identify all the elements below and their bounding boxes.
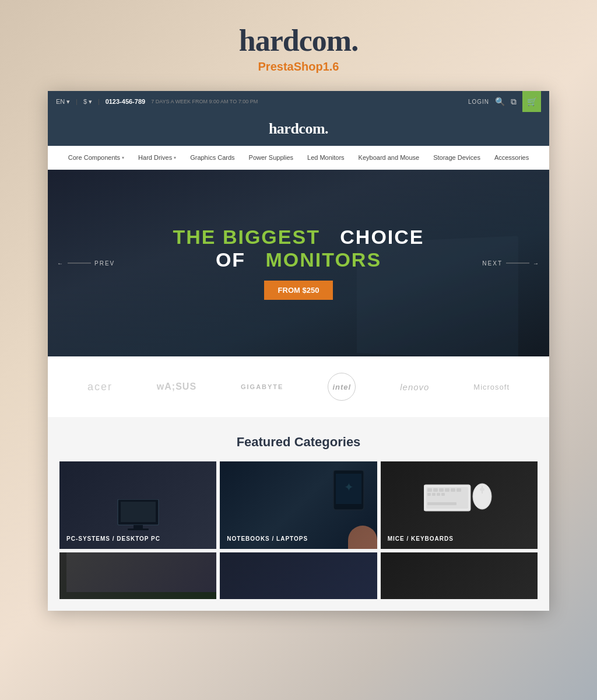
main-navigation: Core Components ▾ Hard Drives ▾ Graphics… xyxy=(48,146,549,170)
nav-item-graphics-cards[interactable]: Graphics Cards xyxy=(183,146,241,169)
currency-selector[interactable]: $ ▾ xyxy=(83,98,92,106)
category-card-laptops[interactable]: ✦ NOTEBOOKS / LAPTOPS xyxy=(220,461,377,549)
language-selector[interactable]: EN ▾ xyxy=(56,98,70,106)
business-hours: 7 DAYS A WEEK FROM 9:00 AM TO 7:00 PM xyxy=(151,99,258,104)
svg-rect-2 xyxy=(134,525,143,528)
svg-rect-10 xyxy=(433,488,438,492)
brand-platform: PrestaShop1.6 xyxy=(0,60,597,74)
svg-rect-13 xyxy=(451,488,455,492)
brand-name: hardcom. xyxy=(0,23,597,58)
hero-line1: THE BIGGEST CHOICE xyxy=(173,226,424,248)
brand-logo-microsoft[interactable]: Microsoft xyxy=(473,383,510,391)
nav-item-led-monitors[interactable]: Led Monitors xyxy=(300,146,352,169)
svg-rect-3 xyxy=(128,528,149,530)
brand-logo-acer[interactable]: acer xyxy=(87,381,113,393)
featured-title: Featured Categories xyxy=(59,435,538,450)
separator: | xyxy=(98,99,100,105)
slider-prev-button[interactable]: ← PREV xyxy=(57,260,115,267)
slider-next-button[interactable]: NEXT → xyxy=(482,260,540,267)
svg-rect-15 xyxy=(427,493,431,496)
brands-section: acer wA;SUS GIGABYTE intel lenovo Micros… xyxy=(48,356,549,417)
top-bar-right: LOGIN 🔍 ⧉ 🛒 xyxy=(468,91,541,112)
search-icon[interactable]: 🔍 xyxy=(495,97,505,106)
store-logo[interactable]: hardcom. xyxy=(48,120,549,138)
nav-item-core-components[interactable]: Core Components ▾ xyxy=(61,146,131,169)
category-card-mice[interactable]: MICE / KEYBOARDS xyxy=(381,461,538,549)
separator: | xyxy=(76,99,78,105)
svg-rect-9 xyxy=(427,488,432,492)
hero-slider: ← PREV THE BIGGEST CHOICE OF MONITORS FR… xyxy=(48,170,549,356)
chevron-down-icon: ▾ xyxy=(66,98,70,106)
chevron-down-icon: ▾ xyxy=(122,155,124,160)
svg-rect-12 xyxy=(445,488,449,492)
svg-rect-17 xyxy=(437,493,440,496)
category-card-cat6[interactable] xyxy=(381,552,538,599)
categories-grid-row2 xyxy=(59,552,538,599)
svg-text:✦: ✦ xyxy=(343,481,353,494)
chevron-down-icon: ▾ xyxy=(89,98,92,106)
category-label-desktop: PC-SYSTEMS / DESKTOP PC xyxy=(66,536,160,542)
category-label-laptops: NOTEBOOKS / LAPTOPS xyxy=(227,536,308,542)
top-bar-left: EN ▾ | $ ▾ | 0123-456-789 7 DAYS A WEEK … xyxy=(56,98,258,106)
brand-logo-gigabyte[interactable]: GIGABYTE xyxy=(241,383,283,390)
hero-cta-button[interactable]: FROM $250 xyxy=(264,281,333,300)
svg-point-22 xyxy=(480,488,484,491)
nav-item-accessories[interactable]: Accessories xyxy=(487,146,536,169)
svg-rect-1 xyxy=(121,502,156,522)
brand-logo-asus[interactable]: wA;SUS xyxy=(157,382,196,392)
chevron-down-icon: ▾ xyxy=(174,155,176,160)
arrow-line xyxy=(68,263,91,264)
category-card-cat4[interactable] xyxy=(59,552,216,599)
store-header: hardcom. xyxy=(48,112,549,146)
page-background: hardcom. PrestaShop1.6 EN ▾ | $ ▾ | 0123… xyxy=(0,0,597,700)
featured-section: Featured Categories PC-SYSTEMS / DESKTOP… xyxy=(48,417,549,611)
phone-number: 0123-456-789 xyxy=(106,98,146,105)
brand-area: hardcom. PrestaShop1.6 xyxy=(0,0,597,91)
arrow-line xyxy=(506,263,529,264)
nav-item-storage-devices[interactable]: Storage Devices xyxy=(426,146,487,169)
nav-item-keyboard-mouse[interactable]: Keyboard and Mouse xyxy=(352,146,427,169)
login-button[interactable]: LOGIN xyxy=(468,99,489,105)
svg-rect-18 xyxy=(441,493,445,496)
svg-rect-11 xyxy=(439,488,444,492)
top-bar: EN ▾ | $ ▾ | 0123-456-789 7 DAYS A WEEK … xyxy=(48,91,549,112)
svg-rect-16 xyxy=(432,493,436,496)
nav-item-power-supplies[interactable]: Power Supplies xyxy=(242,146,300,169)
compare-icon[interactable]: ⧉ xyxy=(511,97,517,107)
category-card-desktop[interactable]: PC-SYSTEMS / DESKTOP PC xyxy=(59,461,216,549)
svg-rect-19 xyxy=(427,502,456,505)
brand-logo-lenovo[interactable]: lenovo xyxy=(400,382,429,392)
arrow-left-icon: ← xyxy=(57,260,64,267)
svg-rect-14 xyxy=(456,488,461,492)
hero-line2: OF MONITORS xyxy=(173,249,424,271)
category-label-mice: MICE / KEYBOARDS xyxy=(388,536,454,542)
category-card-cat5[interactable] xyxy=(220,552,377,599)
categories-grid-row1: PC-SYSTEMS / DESKTOP PC ✦ xyxy=(59,461,538,549)
cart-icon[interactable]: 🛒 xyxy=(522,91,541,112)
store-container: EN ▾ | $ ▾ | 0123-456-789 7 DAYS A WEEK … xyxy=(48,91,549,611)
nav-item-hard-drives[interactable]: Hard Drives ▾ xyxy=(131,146,183,169)
brand-logo-intel[interactable]: intel xyxy=(328,373,356,401)
arrow-right-icon: → xyxy=(533,260,540,267)
hero-content: THE BIGGEST CHOICE OF MONITORS FROM $250 xyxy=(173,226,424,299)
